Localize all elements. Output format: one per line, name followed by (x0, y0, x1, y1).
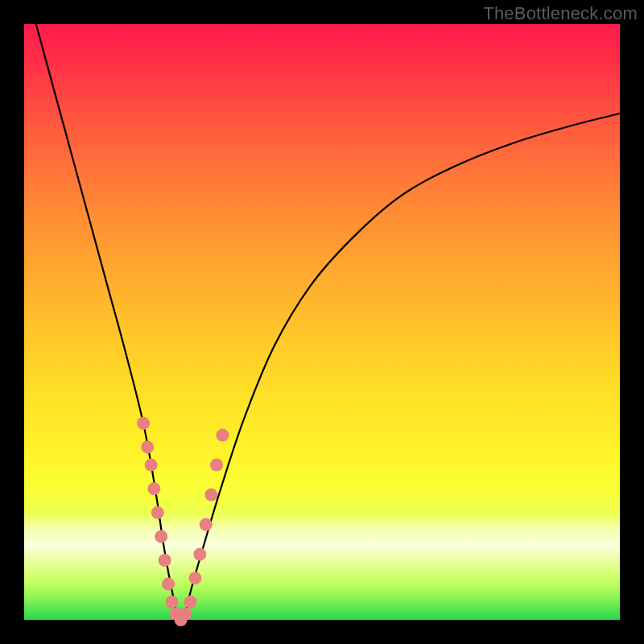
highlight-marker (162, 578, 175, 591)
highlight-marker (188, 572, 201, 584)
plot-area (24, 24, 620, 620)
highlight-marker (184, 596, 196, 609)
highlight-marker (155, 530, 167, 543)
watermark-text: TheBottleneck.com (483, 3, 638, 24)
highlight-marker (166, 596, 179, 609)
highlight-marker (141, 440, 154, 453)
highlight-marker (193, 548, 206, 561)
chart-frame: TheBottleneck.com (0, 0, 644, 644)
bottleneck-curve (36, 24, 620, 621)
highlight-marker (210, 459, 223, 472)
chart-svg (24, 24, 620, 620)
highlight-marker (151, 506, 164, 519)
highlight-marker (216, 429, 229, 442)
highlight-marker (159, 554, 171, 567)
highlight-marker (180, 608, 192, 621)
highlight-marker (147, 482, 160, 495)
highlight-marker (204, 489, 217, 502)
highlight-marker (137, 417, 150, 430)
highlight-marker (200, 518, 213, 531)
highlight-markers (137, 417, 229, 626)
highlight-marker (145, 459, 158, 472)
